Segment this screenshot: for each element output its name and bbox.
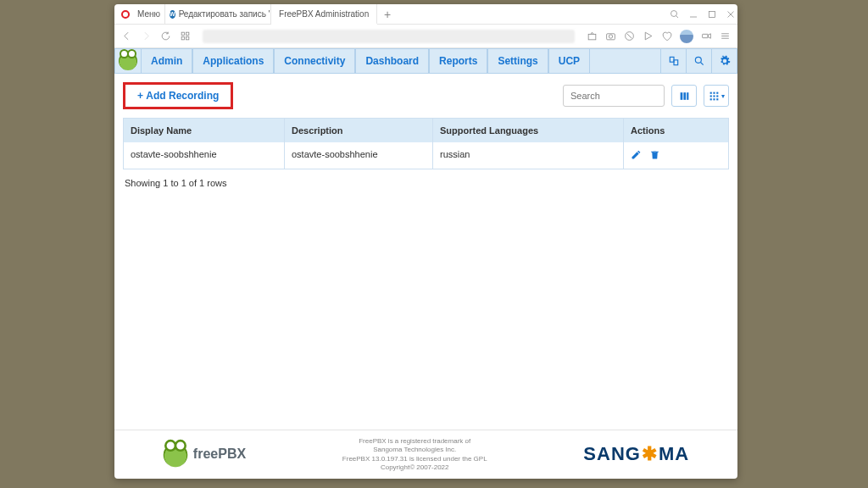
svg-point-12 <box>609 35 612 38</box>
avatar-icon[interactable] <box>680 30 693 43</box>
table-row: ostavte-soobshhenie ostavte-soobshhenie … <box>124 142 728 169</box>
view-button[interactable] <box>704 85 729 107</box>
cell-languages: russian <box>433 142 624 169</box>
wordpress-icon: W <box>170 10 175 19</box>
svg-rect-6 <box>181 32 184 35</box>
svg-rect-32 <box>713 95 715 97</box>
page-toolbar: + Add Recording <box>114 74 737 118</box>
grid-icon[interactable] <box>180 30 191 42</box>
table-header: Display Name Description Supported Langu… <box>124 119 728 142</box>
url-bar <box>114 25 737 48</box>
svg-rect-9 <box>186 37 189 40</box>
svg-point-23 <box>695 57 701 63</box>
svg-line-14 <box>627 34 632 38</box>
nav-ucp[interactable]: UCP <box>548 48 590 74</box>
svg-rect-21 <box>670 57 674 62</box>
search-icon[interactable] <box>686 48 711 74</box>
svg-rect-16 <box>703 34 709 37</box>
freepbx-text: freePBX <box>193 446 246 463</box>
language-icon[interactable] <box>660 48 686 74</box>
freepbx-footer-logo: freePBX <box>163 446 246 464</box>
cell-display: ostavte-soobshhenie <box>124 142 285 169</box>
footer-text: FreePBX is a registered trademark of San… <box>342 437 487 473</box>
tab-label: Меню <box>137 9 160 19</box>
browser-tabs: Меню WРедактировать запись "К...× FreePB… <box>114 4 737 25</box>
video-icon[interactable] <box>701 30 712 42</box>
search-input[interactable] <box>563 85 665 107</box>
svg-rect-33 <box>716 95 718 97</box>
svg-rect-8 <box>181 37 184 40</box>
forward-icon[interactable] <box>141 30 152 42</box>
svg-line-24 <box>700 63 703 65</box>
svg-marker-17 <box>708 34 710 38</box>
page-footer: freePBX FreePBX is a registered trademar… <box>114 430 737 479</box>
svg-rect-26 <box>683 92 686 100</box>
opera-logo-icon <box>121 10 130 19</box>
tab-freepbx[interactable]: FreePBX Administration× <box>271 4 377 25</box>
th-display[interactable]: Display Name <box>124 119 285 142</box>
add-recording-button[interactable]: + Add Recording <box>123 82 233 109</box>
nav-reports[interactable]: Reports <box>429 48 487 74</box>
add-recording-label: Add Recording <box>146 90 219 102</box>
svg-rect-10 <box>588 34 596 40</box>
cell-description: ostavte-soobshhenie <box>285 142 433 169</box>
svg-rect-22 <box>674 60 678 65</box>
browser-window: Меню WРедактировать запись "К...× FreePB… <box>114 4 737 479</box>
svg-marker-15 <box>645 32 652 40</box>
nav-settings[interactable]: Settings <box>487 48 548 74</box>
nav-connectivity[interactable]: Connectivity <box>274 48 355 74</box>
svg-rect-27 <box>687 92 688 100</box>
play-icon[interactable] <box>643 30 654 42</box>
freepbx-logo-icon[interactable] <box>119 52 137 70</box>
heart-icon[interactable] <box>661 30 672 42</box>
columns-button[interactable] <box>671 85 697 107</box>
reload-icon[interactable] <box>160 30 171 42</box>
camera-icon[interactable] <box>605 30 616 42</box>
back-icon[interactable] <box>121 30 132 42</box>
blocker-icon[interactable] <box>624 30 635 42</box>
tab-menu[interactable]: Меню <box>133 4 165 25</box>
svg-rect-36 <box>716 98 718 100</box>
frog-icon <box>164 442 188 467</box>
svg-line-1 <box>676 16 679 19</box>
maximize-icon[interactable] <box>707 9 717 19</box>
svg-rect-28 <box>709 92 711 93</box>
tab-label: FreePBX Administration <box>279 9 369 19</box>
svg-rect-30 <box>716 92 718 93</box>
new-tab-button[interactable]: + <box>377 8 398 21</box>
svg-rect-34 <box>709 98 711 100</box>
svg-rect-31 <box>709 95 711 97</box>
main-nav: Admin Applications Connectivity Dashboar… <box>114 48 737 74</box>
address-input[interactable] <box>203 30 575 43</box>
svg-point-0 <box>671 11 677 17</box>
th-languages[interactable]: Supported Languages <box>433 119 624 142</box>
svg-rect-35 <box>713 98 715 100</box>
search-icon[interactable] <box>670 9 680 19</box>
svg-rect-3 <box>709 12 715 18</box>
nav-applications[interactable]: Applications <box>192 48 274 74</box>
asterisk-icon: ✱ <box>642 442 658 467</box>
th-actions: Actions <box>624 119 728 142</box>
recordings-table: Display Name Description Supported Langu… <box>123 118 729 169</box>
minimize-icon[interactable] <box>688 9 698 19</box>
svg-rect-29 <box>713 92 715 93</box>
table-summary: Showing 1 to 1 of 1 rows <box>114 169 737 197</box>
cell-actions <box>624 142 728 169</box>
th-description[interactable]: Description <box>285 119 433 142</box>
svg-rect-25 <box>680 92 682 100</box>
gear-icon[interactable] <box>711 48 737 74</box>
share-icon[interactable] <box>587 30 598 42</box>
sangoma-logo: SANG✱MA <box>583 442 689 467</box>
delete-icon[interactable] <box>649 149 660 160</box>
menu-icon[interactable] <box>720 30 731 42</box>
close-icon[interactable] <box>726 9 736 19</box>
tab-wordpress[interactable]: WРедактировать запись "К...× <box>165 4 271 25</box>
tab-label: Редактировать запись "К... <box>179 9 271 19</box>
edit-icon[interactable] <box>631 149 642 160</box>
nav-admin[interactable]: Admin <box>141 48 192 74</box>
nav-dashboard[interactable]: Dashboard <box>355 48 429 74</box>
svg-rect-7 <box>186 32 189 35</box>
